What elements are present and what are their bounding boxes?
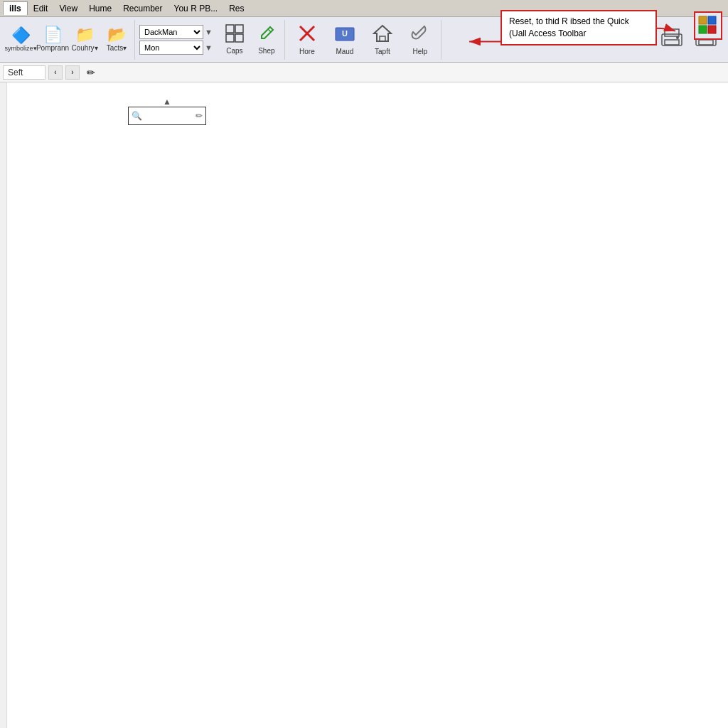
shep-label: Shep <box>258 47 274 55</box>
help-label: Help <box>413 48 428 55</box>
document-area[interactable]: ▲ 🔍 ✏ <box>7 82 728 728</box>
nav-label: Seft <box>3 65 46 80</box>
tapft-label: Tapft <box>375 48 390 55</box>
search-icon: 🔍 <box>132 111 142 121</box>
menu-item-hume[interactable]: Hume <box>83 2 117 15</box>
grid-svg-icon <box>698 16 718 36</box>
main-content-area: ▲ 🔍 ✏ <box>0 82 728 728</box>
menu-item-yourpb[interactable]: You R PB... <box>168 2 224 15</box>
mon-dropdown[interactable]: Mon <box>139 41 203 55</box>
svg-line-4 <box>268 29 271 32</box>
toolbar: 🔷 symbolize▾ 📄 Pomprann 📁 Couhry▾ 📂 Tact… <box>0 17 728 63</box>
hore-button[interactable]: Hore <box>289 21 325 58</box>
shep-button[interactable]: Shep <box>252 21 282 58</box>
svg-rect-10 <box>380 36 385 41</box>
svg-marker-9 <box>374 26 391 41</box>
pomprann-label: Pomprann <box>36 44 69 52</box>
dropdown1-arrow[interactable]: ▼ <box>205 28 213 36</box>
menu-bar: ills Edit View Hume Recumber You R PB...… <box>0 0 728 17</box>
svg-rect-3 <box>235 34 243 42</box>
nav-bar: Seft ‹ › ✏ <box>0 63 728 82</box>
caps-shep-group: Caps Shep <box>217 20 285 60</box>
menu-item-ills[interactable]: ills <box>3 1 28 15</box>
maud-button[interactable]: U Maud <box>327 21 363 58</box>
symbolize-label: symbolize▾ <box>5 45 37 52</box>
search-pencil-icon: ✏ <box>196 111 203 121</box>
caps-button[interactable]: Caps <box>220 21 250 58</box>
toolbar-left-group: 🔷 symbolize▾ 📄 Pomprann 📁 Couhry▾ 📂 Tact… <box>3 20 135 60</box>
svg-rect-0 <box>226 25 234 33</box>
couhry-label: Couhry▾ <box>71 44 97 52</box>
svg-rect-12 <box>665 29 679 36</box>
svg-text:U: U <box>342 29 348 38</box>
maud-icon: U <box>334 23 355 46</box>
help-button[interactable]: Help <box>402 21 438 58</box>
nav-back-button[interactable]: ‹ <box>48 65 63 80</box>
shep-icon <box>257 24 276 46</box>
qa1-icon <box>660 27 683 51</box>
menu-item-view[interactable]: View <box>53 2 83 15</box>
svg-rect-21 <box>708 16 716 24</box>
svg-rect-17 <box>699 40 713 45</box>
qa-button-1[interactable] <box>655 21 688 58</box>
menu-item-res[interactable]: Res <box>223 2 250 15</box>
search-box-wrapper: ▲ 🔍 ✏ <box>128 97 206 125</box>
tacts-icon: 📂 <box>107 27 127 43</box>
dropdown2-arrow[interactable]: ▼ <box>205 43 213 52</box>
svg-rect-13 <box>665 40 679 45</box>
left-sidebar-strip <box>0 82 7 728</box>
menu-item-edit[interactable]: Edit <box>28 2 54 15</box>
couhry-button[interactable]: 📁 Couhry▾ <box>70 21 100 58</box>
caps-label: Caps <box>226 47 242 55</box>
callout-line1: Reset, to thid R ibsed the Quick <box>509 16 648 28</box>
tacts-label: Tacts▾ <box>107 44 127 52</box>
tapft-button[interactable]: Tapft <box>365 21 400 58</box>
svg-rect-1 <box>235 25 243 33</box>
hore-icon <box>297 23 317 46</box>
pomprann-icon: 📄 <box>43 27 63 43</box>
svg-point-14 <box>676 36 679 39</box>
tapft-icon <box>373 23 392 46</box>
svg-rect-20 <box>699 16 707 24</box>
symbolize-button[interactable]: 🔷 symbolize▾ <box>6 21 36 58</box>
svg-rect-2 <box>226 34 234 42</box>
maud-label: Maud <box>336 48 353 55</box>
tacts-button[interactable]: 📂 Tacts▾ <box>102 21 132 58</box>
search-box[interactable]: 🔍 ✏ <box>128 107 206 125</box>
caps-icon <box>225 24 244 46</box>
dropdown-group: DackMan ▼ Mon ▼ <box>136 23 215 56</box>
pomprann-button[interactable]: 📄 Pomprann <box>38 21 68 58</box>
couhry-icon: 📁 <box>75 27 95 43</box>
callout-line2: (Uall Access Toolbar <box>509 28 648 40</box>
right-ribbon-group: Hore U Maud Tapft <box>287 20 441 60</box>
menu-item-recumber[interactable]: Recumber <box>117 2 168 15</box>
search-box-up-arrow: ▲ <box>128 97 206 107</box>
svg-rect-23 <box>708 26 716 33</box>
hore-label: Hore <box>299 48 315 55</box>
help-icon <box>410 23 430 46</box>
symbolize-icon: 🔷 <box>11 28 31 43</box>
dackman-dropdown[interactable]: DackMan <box>139 25 203 39</box>
nav-pencil-icon[interactable]: ✏ <box>82 64 100 81</box>
grid-icon-button[interactable] <box>694 11 722 40</box>
svg-rect-22 <box>699 26 707 33</box>
nav-forward-button[interactable]: › <box>65 65 80 80</box>
